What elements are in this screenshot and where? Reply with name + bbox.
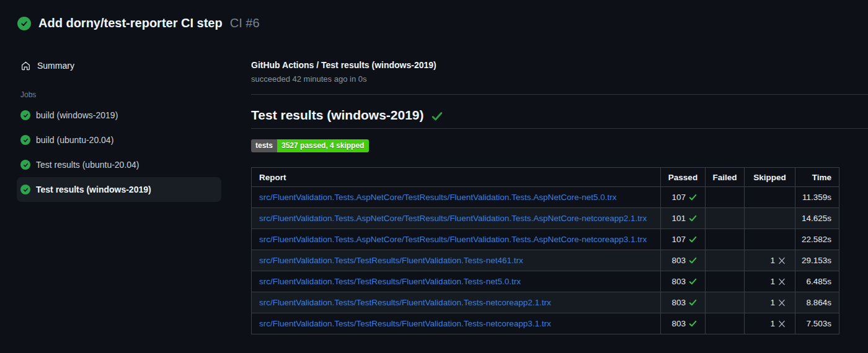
table-header-row: Report Passed Failed Skipped Time [252,168,839,187]
report-link[interactable]: src/FluentValidation.Tests.AspNetCore/Te… [259,193,617,202]
passed-cell: 101 [661,208,706,229]
time-cell: 29.153s [795,250,839,271]
passed-cell: 803 [661,271,706,292]
column-header-time: Time [795,168,839,187]
run-title: Add dorny/test-reporter CI step [38,16,223,30]
main-content: GitHub Actions / Test results (windows-2… [251,60,868,334]
skipped-cell: 1 [745,292,795,313]
sidebar-job-item[interactable]: build (ubuntu-20.04) [17,128,221,152]
job-label: Test results (ubuntu-20.04) [36,160,140,170]
sidebar: Summary Jobs build (windows-2019) build … [17,54,221,202]
x-icon [778,320,786,328]
job-label: build (ubuntu-20.04) [36,135,113,145]
time-cell: 22.582s [795,229,839,250]
time-cell: 8.864s [795,292,839,313]
check-icon [689,277,697,285]
failed-cell [706,187,745,208]
passed-cell: 107 [661,187,706,208]
job-status-line: succeeded 42 minutes ago in 0s [251,74,868,84]
run-number: CI #6 [230,16,260,30]
check-icon [689,299,697,307]
table-row: src/FluentValidation.Tests/TestResults/F… [252,313,839,334]
check-icon [689,320,697,328]
passed-cell: 107 [661,229,706,250]
sidebar-job-item[interactable]: Test results (ubuntu-20.04) [17,152,221,177]
job-title: GitHub Actions / Test results (windows-2… [251,60,868,70]
passed-cell: 803 [661,292,706,313]
check-circle-icon [20,185,30,194]
column-header-skipped: Skipped [745,168,795,187]
section-heading-text: Test results (windows-2019) [251,108,424,123]
time-cell: 6.485s [795,271,839,292]
sidebar-job-item[interactable]: build (windows-2019) [17,103,221,128]
badge-label: tests [251,139,277,152]
column-header-passed: Passed [661,168,706,187]
x-icon [778,299,786,307]
test-results-table: Report Passed Failed Skipped Time src/Fl… [251,167,839,334]
summary-label: Summary [37,61,74,71]
check-circle-icon [20,110,30,120]
table-row: src/FluentValidation.Tests.AspNetCore/Te… [252,187,839,208]
job-label: Test results (windows-2019) [36,185,151,194]
check-icon [431,110,443,123]
check-icon [689,235,697,243]
passed-cell: 803 [661,313,706,334]
check-circle-icon [20,160,30,170]
check-icon [689,214,697,222]
job-label: build (windows-2019) [36,110,118,120]
report-link[interactable]: src/FluentValidation.Tests.AspNetCore/Te… [259,214,647,223]
table-row: src/FluentValidation.Tests.AspNetCore/Te… [252,229,839,250]
check-icon [689,256,697,264]
x-icon [778,278,786,285]
table-row: src/FluentValidation.Tests/TestResults/F… [252,292,839,313]
tests-badge: tests 3527 passed, 4 skipped [251,139,369,152]
x-icon [778,257,786,264]
run-header: Add dorny/test-reporter CI step CI #6 [17,16,260,30]
failed-cell [706,229,745,250]
check-circle-icon [17,17,31,30]
skipped-cell [745,187,795,208]
home-icon [20,61,31,71]
check-circle-icon [20,135,30,145]
time-cell: 11.359s [795,187,839,208]
report-link[interactable]: src/FluentValidation.Tests/TestResults/F… [259,277,521,286]
failed-cell [706,250,745,271]
failed-cell [706,292,745,313]
report-link[interactable]: src/FluentValidation.Tests.AspNetCore/Te… [259,235,647,244]
jobs-section-label: Jobs [17,90,221,99]
skipped-cell [745,208,795,229]
report-link[interactable]: src/FluentValidation.Tests/TestResults/F… [259,319,551,328]
table-row: src/FluentValidation.Tests.AspNetCore/Te… [252,208,839,229]
skipped-cell [745,229,795,250]
skipped-cell: 1 [745,250,795,271]
report-link[interactable]: src/FluentValidation.Tests/TestResults/F… [259,256,523,265]
table-row: src/FluentValidation.Tests/TestResults/F… [252,250,839,271]
time-cell: 7.503s [795,313,839,334]
failed-cell [706,271,745,292]
jobs-list: build (windows-2019) build (ubuntu-20.04… [17,103,221,202]
divider [251,94,868,95]
time-cell: 14.625s [795,208,839,229]
badge-value: 3527 passed, 4 skipped [277,139,369,152]
sidebar-job-item[interactable]: Test results (windows-2019) [17,177,221,202]
failed-cell [706,208,745,229]
column-header-failed: Failed [706,168,745,187]
skipped-cell: 1 [745,313,795,334]
skipped-cell: 1 [745,271,795,292]
section-heading: Test results (windows-2019) [251,108,868,129]
column-header-report: Report [252,168,661,187]
table-row: src/FluentValidation.Tests/TestResults/F… [252,271,839,292]
passed-cell: 803 [661,250,706,271]
failed-cell [706,313,745,334]
report-link[interactable]: src/FluentValidation.Tests/TestResults/F… [259,298,551,307]
check-icon [689,193,697,201]
sidebar-item-summary[interactable]: Summary [17,54,221,77]
